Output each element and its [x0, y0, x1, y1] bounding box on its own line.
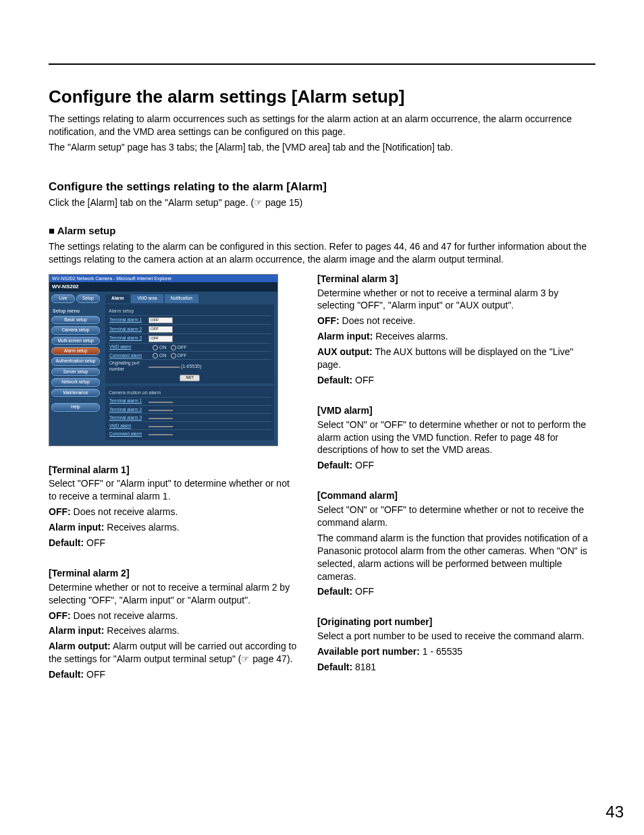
value-default: OFF: [84, 669, 105, 680]
horizontal-rule: [49, 63, 595, 65]
label-alarm-output: Alarm output:: [49, 641, 111, 651]
row-label[interactable]: Terminal alarm 3: [108, 415, 149, 421]
sect-body: Select "OFF" or "Alarm input" to determi…: [49, 477, 298, 503]
value-alarm-input: Receives alarms.: [104, 625, 179, 636]
radio-label: OFF: [178, 345, 187, 350]
sect-body: Determine whether or not to receive a te…: [49, 581, 298, 607]
port-range: (1-65535): [181, 364, 201, 369]
select[interactable]: [149, 426, 173, 427]
sidebar-item[interactable]: Authentication setup: [51, 357, 100, 365]
radio-on[interactable]: [153, 345, 158, 350]
sidebar-item[interactable]: Multi-screen setup: [51, 337, 100, 345]
vmd-alarm-section: [VMD alarm] Select "ON" or "OFF" to dete…: [317, 404, 595, 472]
sidebar-item[interactable]: Server setup: [51, 368, 100, 376]
section-heading: Configure the settings relating to the a…: [49, 180, 595, 195]
port-input[interactable]: [149, 367, 180, 368]
select[interactable]: OFF: [149, 317, 173, 324]
radio-off[interactable]: [171, 345, 176, 350]
label-aux-output: AUX output:: [317, 346, 373, 357]
label-alarm-input: Alarm input:: [49, 625, 104, 636]
value-default: OFF: [352, 586, 374, 597]
row-label[interactable]: Terminal alarm 1: [108, 317, 149, 323]
value-off: Does not receive.: [340, 315, 416, 326]
sect-body: Select "ON" or "OFF" to determine whethe…: [317, 419, 595, 457]
sidebar-item[interactable]: Basic setup: [51, 316, 100, 324]
label-off: OFF:: [49, 610, 71, 621]
window-titlebar: WV-NS202 Network Camera - Microsoft Inte…: [49, 275, 277, 282]
sidebar-item[interactable]: Camera setup: [51, 326, 100, 334]
click-instruction: Click the [Alarm] tab on the "Alarm setu…: [49, 196, 595, 209]
select[interactable]: [149, 418, 173, 419]
terminal-alarm-2-section: [Terminal alarm 2] Determine whether or …: [49, 567, 298, 681]
row-label[interactable]: Terminal alarm 2: [108, 407, 149, 412]
value-default: 8181: [352, 662, 376, 672]
page-title: Configure the alarm settings [Alarm setu…: [49, 85, 595, 109]
row-label[interactable]: VMD alarm: [108, 344, 149, 350]
radio-label: ON: [159, 345, 167, 350]
value-alarm-input: Receives alarms.: [104, 522, 179, 533]
alarm-setup-description: The settings relating to the alarm can b…: [49, 240, 595, 266]
label-default: Default:: [317, 460, 352, 470]
row-label[interactable]: Terminal alarm 1: [108, 398, 149, 404]
terminal-alarm-1-section: [Terminal alarm 1] Select "OFF" or "Alar…: [49, 464, 298, 549]
tab-vmd-area[interactable]: VMD area: [131, 294, 163, 302]
sidebar-item-alarm-setup[interactable]: Alarm setup: [51, 347, 100, 355]
value-off: Does not receive alarms.: [71, 506, 178, 517]
select[interactable]: [149, 410, 173, 411]
setup-menu-label: Setup menu: [53, 308, 100, 314]
select[interactable]: OFF: [149, 335, 173, 342]
panel-title: Camera motion on alarm: [108, 388, 271, 397]
label-default: Default:: [49, 669, 84, 680]
label-alarm-input: Alarm input:: [317, 331, 373, 342]
select[interactable]: [149, 434, 173, 435]
tab-notification[interactable]: Notification: [165, 294, 198, 302]
sect-title: [Terminal alarm 3]: [317, 273, 595, 286]
tab-alarm[interactable]: Alarm: [105, 294, 130, 302]
row-label[interactable]: Command alarm: [108, 431, 149, 437]
value-alarm-input: Receives alarms.: [373, 331, 448, 342]
value-default: OFF: [352, 375, 374, 385]
setup-button[interactable]: Setup: [76, 294, 100, 302]
sidebar: Live Setup Setup menu Basic setup Camera…: [49, 292, 102, 445]
select[interactable]: OFF: [149, 326, 173, 333]
sect-body: The command alarm is the function that p…: [317, 532, 595, 583]
radio-label: OFF: [178, 353, 187, 358]
sect-title: [Originating port number]: [317, 616, 595, 628]
live-button[interactable]: Live: [51, 294, 75, 302]
sect-title: [Terminal alarm 1]: [49, 464, 298, 477]
label-available-port: Available port number:: [317, 646, 420, 657]
intro-paragraph-2: The "Alarm setup" page has 3 tabs; the […: [49, 141, 595, 154]
intro-paragraph-1: The settings relating to alarm occurrenc…: [49, 113, 595, 138]
subsection-heading: ■ Alarm setup: [49, 224, 595, 238]
label-default: Default:: [317, 586, 352, 597]
command-alarm-section: [Command alarm] Select "ON" or "OFF" to …: [317, 489, 595, 598]
originating-port-section: [Originating port number] Select a port …: [317, 616, 595, 674]
sidebar-item[interactable]: Network setup: [51, 378, 100, 386]
select[interactable]: [149, 402, 173, 403]
terminal-alarm-3-section: [Terminal alarm 3] Determine whether or …: [317, 273, 595, 387]
set-button[interactable]: SET: [180, 375, 200, 381]
sect-body: Select a port number to be used to recei…: [317, 630, 595, 643]
sect-body: Select "ON" or "OFF" to determine whethe…: [317, 504, 595, 529]
label-default: Default:: [317, 375, 352, 385]
row-label[interactable]: Terminal alarm 3: [108, 335, 149, 341]
sect-title: [Command alarm]: [317, 489, 595, 502]
label-alarm-input: Alarm input:: [49, 522, 104, 533]
radio-off[interactable]: [171, 353, 176, 358]
value-default: OFF: [84, 537, 105, 548]
label-default: Default:: [49, 537, 84, 548]
help-button[interactable]: Help: [51, 403, 100, 411]
sect-body: Determine whether or not to receive a te…: [317, 287, 595, 313]
sidebar-item[interactable]: Maintenance: [51, 389, 100, 397]
value-available-port: 1 - 65535: [420, 646, 462, 657]
label-off: OFF:: [317, 315, 340, 326]
row-label[interactable]: Command alarm: [108, 353, 149, 358]
row-label[interactable]: Terminal alarm 2: [108, 327, 149, 332]
radio-on[interactable]: [153, 353, 158, 358]
row-label[interactable]: VMD alarm: [108, 423, 149, 429]
sect-title: [Terminal alarm 2]: [49, 567, 298, 580]
row-label: Originating port number: [108, 360, 149, 372]
panel-title: Alarm setup: [108, 306, 271, 315]
label-default: Default:: [317, 662, 352, 672]
label-off: OFF:: [49, 506, 71, 517]
